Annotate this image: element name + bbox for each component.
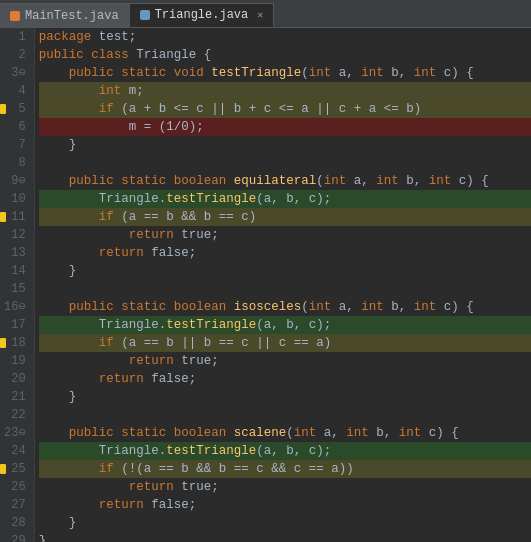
code-line-6: m = (1/0); (39, 118, 531, 136)
tab-maintest-label: MainTest.java (25, 9, 119, 23)
ln-6: 6 (4, 118, 26, 136)
code-content[interactable]: package test; public class Triangle { pu… (35, 28, 531, 542)
code-line-21: } (39, 388, 531, 406)
code-line-3: public static void testTriangle(int a, i… (39, 64, 531, 82)
tab-triangle[interactable]: Triangle.java ✕ (130, 3, 275, 27)
editor-container: MainTest.java Triangle.java ✕ 1 2 3⊖ 4 5… (0, 0, 531, 542)
code-line-22 (39, 406, 531, 424)
code-line-18: if (a == b || b == c || c == a) (39, 334, 531, 352)
code-line-2: public class Triangle { (39, 46, 531, 64)
code-line-23: public static boolean scalene(int a, int… (39, 424, 531, 442)
ln-14: 14 (4, 262, 26, 280)
code-line-15 (39, 280, 531, 298)
ln-25: 25 (4, 460, 26, 478)
ln-20: 20 (4, 370, 26, 388)
code-line-9: public static boolean equilateral(int a,… (39, 172, 531, 190)
java-icon (10, 11, 20, 21)
tab-triangle-label: Triangle.java (155, 8, 249, 22)
code-line-7: } (39, 136, 531, 154)
ln-16: 16⊖ (4, 298, 26, 316)
code-line-25: if (!(a == b && b == c && c == a)) (39, 460, 531, 478)
ln-7: 7 (4, 136, 26, 154)
ln-29: 29 (4, 532, 26, 542)
ln-27: 27 (4, 496, 26, 514)
close-icon[interactable]: ✕ (257, 9, 263, 21)
ln-19: 19 (4, 352, 26, 370)
triangle-icon (140, 10, 150, 20)
ln-3: 3⊖ (4, 64, 26, 82)
code-line-5: if (a + b <= c || b + c <= a || c + a <=… (39, 100, 531, 118)
code-line-1: package test; (39, 28, 531, 46)
tab-bar: MainTest.java Triangle.java ✕ (0, 0, 531, 28)
code-line-27: return false; (39, 496, 531, 514)
code-line-17: Triangle.testTriangle(a, b, c); (39, 316, 531, 334)
ln-18: 18 (4, 334, 26, 352)
code-line-8 (39, 154, 531, 172)
code-line-14: } (39, 262, 531, 280)
code-line-10: Triangle.testTriangle(a, b, c); (39, 190, 531, 208)
ln-1: 1 (4, 28, 26, 46)
ln-28: 28 (4, 514, 26, 532)
ln-9: 9⊖ (4, 172, 26, 190)
tab-maintest[interactable]: MainTest.java (0, 3, 130, 27)
line-numbers: 1 2 3⊖ 4 5 6 7 8 9⊖ 10 11 12 13 14 15 16… (0, 28, 35, 542)
code-line-26: return true; (39, 478, 531, 496)
ln-21: 21 (4, 388, 26, 406)
code-line-19: return true; (39, 352, 531, 370)
ln-26: 26 (4, 478, 26, 496)
ln-11: 11 (4, 208, 26, 226)
ln-4: 4 (4, 82, 26, 100)
ln-15: 15 (4, 280, 26, 298)
ln-17: 17 (4, 316, 26, 334)
code-area: 1 2 3⊖ 4 5 6 7 8 9⊖ 10 11 12 13 14 15 16… (0, 28, 531, 542)
ln-22: 22 (4, 406, 26, 424)
code-line-29: } (39, 532, 531, 542)
code-line-13: return false; (39, 244, 531, 262)
code-line-12: return true; (39, 226, 531, 244)
ln-24: 24 (4, 442, 26, 460)
code-line-16: public static boolean isosceles(int a, i… (39, 298, 531, 316)
code-line-11: if (a == b && b == c) (39, 208, 531, 226)
code-line-24: Triangle.testTriangle(a, b, c); (39, 442, 531, 460)
ln-8: 8 (4, 154, 26, 172)
ln-12: 12 (4, 226, 26, 244)
ln-13: 13 (4, 244, 26, 262)
ln-10: 10 (4, 190, 26, 208)
code-line-20: return false; (39, 370, 531, 388)
ln-5: 5 (4, 100, 26, 118)
code-line-28: } (39, 514, 531, 532)
ln-2: 2 (4, 46, 26, 64)
ln-23: 23⊖ (4, 424, 26, 442)
code-line-4: int m; (39, 82, 531, 100)
